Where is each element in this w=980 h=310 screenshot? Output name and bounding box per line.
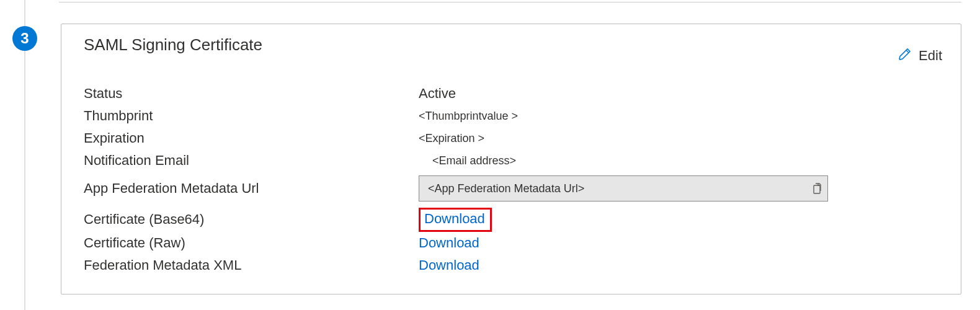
previous-card-edge bbox=[59, 0, 961, 2]
download-cert-raw-link[interactable]: Download bbox=[419, 235, 479, 251]
download-cert-base64-link[interactable]: Download bbox=[419, 208, 492, 232]
row-notification-email: Notification Email <Email address> bbox=[84, 149, 942, 172]
row-fed-xml: Federation Metadata XML Download bbox=[84, 254, 942, 277]
row-metadata-url: App Federation Metadata Url <App Federat… bbox=[84, 175, 942, 202]
label-fed-xml: Federation Metadata XML bbox=[84, 257, 419, 273]
label-metadata-url: App Federation Metadata Url bbox=[84, 180, 419, 197]
card-title: SAML Signing Certificate bbox=[84, 35, 262, 55]
pencil-icon bbox=[898, 46, 912, 65]
download-fed-xml-link[interactable]: Download bbox=[419, 257, 479, 273]
label-status: Status bbox=[84, 86, 419, 102]
value-expiration: <Expiration > bbox=[419, 132, 484, 145]
metadata-url-field[interactable]: <App Federation Metadata Url> bbox=[419, 175, 828, 202]
copy-icon[interactable] bbox=[809, 181, 824, 196]
label-cert-raw: Certificate (Raw) bbox=[84, 235, 419, 251]
edit-label: Edit bbox=[919, 48, 942, 64]
svg-rect-0 bbox=[814, 185, 820, 193]
value-notification-email: <Email address> bbox=[419, 154, 516, 167]
row-cert-raw: Certificate (Raw) Download bbox=[84, 232, 942, 254]
row-expiration: Expiration <Expiration > bbox=[84, 127, 942, 149]
row-thumbprint: Thumbprint <Thumbprintvalue > bbox=[84, 105, 942, 127]
label-cert-base64: Certificate (Base64) bbox=[84, 211, 419, 228]
label-notification-email: Notification Email bbox=[84, 153, 419, 169]
step-number-badge: 3 bbox=[12, 26, 37, 51]
row-cert-base64: Certificate (Base64) Download bbox=[84, 208, 942, 232]
label-thumbprint: Thumbprint bbox=[84, 108, 419, 124]
label-expiration: Expiration bbox=[84, 130, 419, 146]
edit-button[interactable]: Edit bbox=[898, 46, 942, 65]
metadata-url-value: <App Federation Metadata Url> bbox=[428, 182, 809, 195]
saml-certificate-card: SAML Signing Certificate Edit Status Act… bbox=[61, 24, 961, 294]
value-thumbprint: <Thumbprintvalue > bbox=[419, 110, 518, 123]
row-status: Status Active bbox=[84, 82, 942, 105]
value-status: Active bbox=[419, 86, 456, 102]
